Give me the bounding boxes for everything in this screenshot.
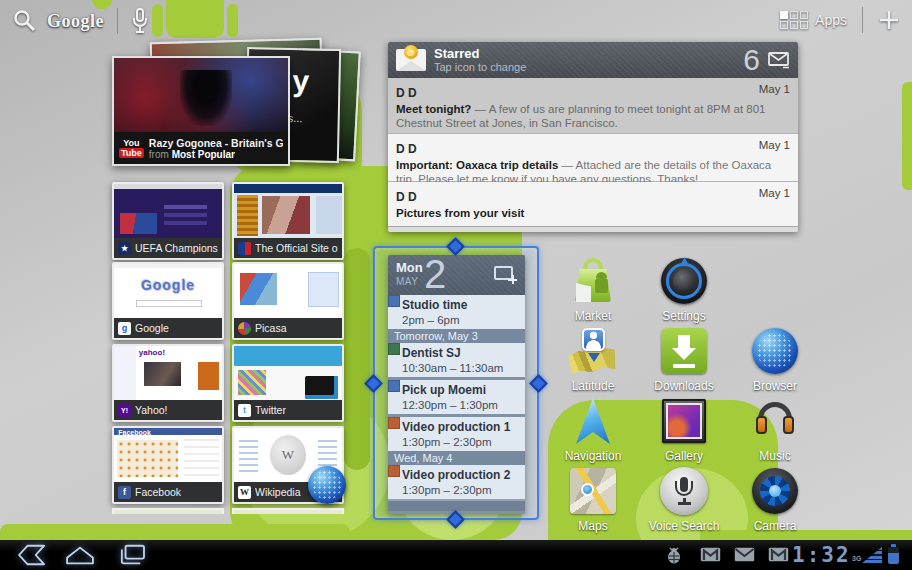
calendar-event[interactable]: Studio time 2pm – 6pm — [388, 295, 525, 329]
navigation-icon — [568, 396, 618, 446]
bookmark-card[interactable]: ★ UEFA Champions Le... — [112, 182, 224, 260]
calendar-event[interactable]: Dentist SJ 10:30am – 11:30am — [388, 343, 525, 377]
app-shortcut-navigation[interactable]: Navigation — [545, 396, 641, 463]
app-shortcut-voice-search[interactable]: Voice Search — [636, 466, 732, 533]
calendar-widget: Mon MAY 2 Studio time 2pm – 6pm Tomorrow… — [388, 255, 525, 514]
email-widget-header[interactable]: @ Starred Tap icon to change 6 — [388, 42, 798, 78]
email-subject: Pictures from your visit — [396, 207, 524, 219]
signal-strength-icon — [862, 547, 882, 563]
search-icon[interactable] — [12, 8, 38, 34]
calendar-event[interactable]: Video production 2 1:30pm – 2:30pm — [388, 465, 525, 499]
favicon-picasa — [238, 322, 251, 335]
app-shortcut-latitude[interactable]: Latitude — [545, 326, 641, 393]
email-message-row[interactable]: D D May 1 Meet tonight? — A few of us ar… — [388, 78, 798, 134]
bookmark-card[interactable]: t Twitter — [232, 344, 344, 422]
youtube-video-title: Razy Gogonea - Britain's Got T... — [149, 137, 283, 149]
unread-count: 6 — [743, 42, 760, 78]
calendar-header[interactable]: Mon MAY 2 — [388, 255, 525, 295]
youtube-video-channel: from Most Popular — [149, 149, 283, 160]
latitude-icon — [568, 326, 618, 376]
android-robot-decoration — [0, 524, 350, 540]
google-logo[interactable]: Google — [47, 11, 104, 32]
usb-debugging-icon[interactable] — [664, 547, 684, 568]
browser-icon — [750, 326, 800, 376]
topbar-right-controls: Apps — [780, 7, 900, 33]
gmail-notification-icon[interactable] — [768, 547, 789, 566]
voice-search-icon — [659, 466, 709, 516]
favicon-twitter: t — [238, 404, 251, 417]
app-shortcut-gallery[interactable]: Gallery — [636, 396, 732, 463]
event-color-marker — [388, 417, 400, 429]
app-shortcut-market[interactable]: Market — [545, 256, 641, 323]
favicon-uefa: ★ — [118, 242, 131, 255]
email-widget: @ Starred Tap icon to change 6 D D May 1… — [388, 42, 798, 232]
bookmark-card[interactable]: yahoo! Y! Yahoo! — [112, 344, 224, 422]
email-label-title: Starred — [434, 47, 526, 61]
favicon-mlb — [238, 242, 251, 255]
bookmark-thumbnail: yahoo! — [114, 346, 222, 402]
bookmark-thumbnail — [234, 264, 342, 320]
bookmark-label: Twitter — [255, 404, 286, 416]
apps-button-label: Apps — [815, 12, 847, 28]
email-label-subtitle: Tap icon to change — [434, 61, 526, 74]
android-robot-decoration — [344, 248, 370, 470]
home-button[interactable] — [62, 543, 98, 570]
battery-icon — [888, 547, 899, 564]
email-sender: D D — [396, 190, 417, 204]
email-message-row[interactable]: D D May 1 Pictures from your visit — [388, 182, 798, 226]
google-search-widget[interactable]: Google — [12, 7, 149, 35]
topbar-separator — [862, 7, 863, 33]
email-message-row[interactable]: D D May 1 Important: Oaxaca trip details… — [388, 134, 798, 182]
app-shortcut-maps[interactable]: Maps — [545, 466, 641, 533]
browser-globe-badge — [308, 466, 346, 504]
calendar-day-divider: Wed, May 4 — [388, 451, 525, 465]
app-shortcut-browser[interactable]: Browser — [727, 326, 823, 393]
app-shortcut-camera[interactable]: Camera — [727, 466, 823, 533]
email-subject: Meet tonight? — [396, 103, 471, 115]
email-sender: D D — [396, 142, 417, 156]
youtube-widget-card[interactable]: You Tube Razy Gogonea - Britain's Got T.… — [112, 56, 290, 166]
android-home-screen: Google Apps p... y s... — [0, 0, 912, 570]
apps-button[interactable]: Apps — [780, 11, 847, 29]
settings-icon — [659, 256, 709, 306]
gmail-starred-icon[interactable]: @ — [396, 49, 426, 71]
calendar-event[interactable]: Pick up Moemi 12:30pm – 1:30pm — [388, 380, 525, 414]
bookmark-card[interactable]: Facebook f Facebook — [112, 426, 224, 504]
microphone-icon[interactable] — [131, 7, 149, 35]
email-notification-icon[interactable] — [734, 547, 755, 566]
android-robot-decoration — [227, 4, 238, 37]
app-shortcut-settings[interactable]: Settings — [636, 256, 732, 323]
bookmark-label: UEFA Champions Le... — [135, 242, 218, 254]
email-date: May 1 — [759, 187, 790, 199]
email-date: May 1 — [759, 83, 790, 95]
downloads-icon — [659, 326, 709, 376]
bookmark-card[interactable]: Picasa — [232, 262, 344, 340]
calendar-event[interactable]: Video production 1 1:30pm – 2:30pm — [388, 417, 525, 451]
calendar-day-name: Mon — [396, 260, 423, 275]
recent-apps-button[interactable] — [114, 543, 150, 570]
event-color-marker — [388, 295, 400, 307]
camera-icon — [750, 466, 800, 516]
status-clock[interactable]: 1:32 — [792, 543, 851, 570]
bookmark-thumbnail — [234, 184, 342, 240]
add-widget-icon[interactable] — [878, 9, 900, 31]
new-event-icon[interactable] — [494, 266, 513, 280]
email-widget-footer — [388, 226, 798, 232]
bookmark-card[interactable]: Google g Google — [112, 262, 224, 340]
youtube-caption: You Tube Razy Gogonea - Britain's Got T.… — [114, 132, 288, 164]
android-robot-decoration — [152, 4, 163, 37]
app-shortcut-music[interactable]: Music — [727, 396, 823, 463]
app-shortcut-downloads[interactable]: Downloads — [636, 326, 732, 393]
bookmark-card-clipped — [232, 508, 344, 514]
calendar-day-number: 2 — [424, 255, 446, 297]
gmail-notification-icon[interactable] — [700, 547, 721, 566]
bookmark-thumbnail: Google — [114, 264, 222, 320]
calendar-month: MAY — [396, 276, 418, 287]
bookmark-thumbnail — [234, 346, 342, 402]
bookmark-card[interactable]: The Official Site of ... — [232, 182, 344, 260]
music-icon — [750, 396, 800, 446]
back-button[interactable] — [14, 543, 50, 570]
bookmark-thumbnail: Facebook — [114, 428, 222, 484]
envelope-icon — [768, 51, 790, 69]
bookmark-label: The Official Site of ... — [255, 242, 338, 254]
